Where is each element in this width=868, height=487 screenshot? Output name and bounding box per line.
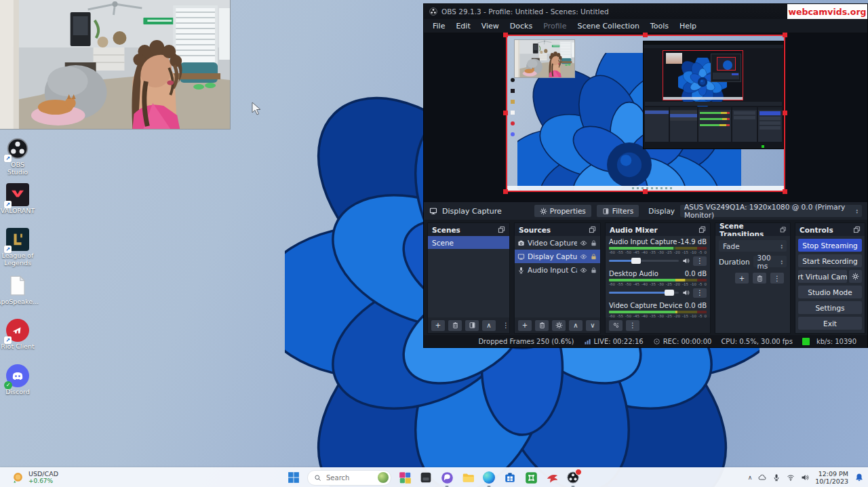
volume-slider[interactable] [609,260,679,262]
exit-button[interactable]: Exit [798,317,862,330]
search-input[interactable] [325,473,367,482]
transform-handle-top-left[interactable] [503,33,508,37]
advanced-audio-button[interactable] [609,320,623,331]
menu-view[interactable]: View [477,20,504,32]
taskbar-app-store[interactable] [502,470,517,485]
volume-icon[interactable] [801,473,809,482]
add-scene-button[interactable]: + [431,320,445,331]
mixer-more-button[interactable]: ⋮ [626,320,639,331]
move-scene-up-button[interactable]: ∧ [482,320,496,331]
menu-help[interactable]: Help [675,20,701,32]
transform-handle-bottom-right[interactable] [783,189,787,194]
add-transition-button[interactable]: + [735,273,749,284]
start-button[interactable] [286,470,301,485]
watermark: webcamvids.org [787,4,867,19]
speaker-icon[interactable] [682,257,690,265]
transition-more-button[interactable]: ⋮ [770,273,784,284]
start-recording-button[interactable]: Start Recording [798,254,862,267]
transform-handle-bottom-left[interactable] [503,189,508,194]
volume-slider[interactable] [609,292,679,294]
lock-icon[interactable] [590,239,597,247]
move-source-up-button[interactable]: ∧ [569,320,583,331]
source-properties-button[interactable] [552,320,566,331]
menu-edit[interactable]: Edit [451,20,475,32]
studio-mode-button[interactable]: Studio Mode [798,286,862,298]
lock-icon[interactable] [590,267,597,274]
taskbar-clock[interactable]: 12:09 PM 10/1/2023 [815,470,848,486]
filters-button[interactable]: Filters [597,205,639,217]
desktop-icon-apospeake[interactable]: ApoSpeake... [0,274,35,306]
desktop-icon-discord[interactable]: ✓ Discord [0,364,35,396]
menu-profile[interactable]: Profile [538,20,571,32]
menu-docks[interactable]: Docks [505,20,537,32]
menu-scene-collection[interactable]: Scene Collection [572,20,644,32]
taskbar-app-dark-square[interactable] [418,470,433,485]
sources-panel-header[interactable]: Sources [515,223,600,236]
eye-icon[interactable] [580,267,587,274]
popout-icon[interactable] [698,226,706,233]
scene-list-item[interactable]: Scene [428,236,509,249]
onedrive-cloud-icon[interactable] [758,473,766,482]
eye-icon[interactable] [580,239,587,247]
desktop-icon-obs-studio[interactable]: ↗ OBS Studio [0,137,35,176]
desktop-icon-league-of-legends[interactable]: ↗ League of Legends [0,228,35,267]
popout-icon[interactable] [498,226,505,233]
source-row-audio-input[interactable]: Audio Input Cap [515,263,600,277]
channel-more-button[interactable]: ⋮ [693,256,707,266]
notification-bell-icon[interactable] [854,473,864,482]
remove-scene-button[interactable] [448,320,462,331]
transform-handle-top-center[interactable] [643,33,648,37]
obs-title-bar[interactable]: OBS 29.1.3 - Profile: Untitled - Scenes:… [424,4,867,19]
desktop-icon-riot-client[interactable]: ↗ Riot Client [0,319,35,351]
taskbar-app-chat[interactable] [439,470,454,485]
taskbar-app-league-pbe[interactable] [397,470,412,485]
widgets-button[interactable]: USD/CAD +0.67% [8,468,62,487]
lock-icon[interactable] [590,253,597,260]
preview-canvas-source[interactable] [506,35,785,192]
add-source-button[interactable]: + [518,320,532,331]
search-box[interactable] [307,470,391,486]
popout-icon[interactable] [589,226,596,233]
scenes-panel-header[interactable]: Scenes [428,223,509,236]
taskbar-app-edge[interactable] [481,470,496,485]
controls-header[interactable]: Controls [795,223,865,236]
scenes-more-button[interactable]: ⋮ [499,320,513,331]
menu-tools[interactable]: Tools [646,20,673,32]
properties-button[interactable]: Properties [534,205,591,217]
tray-overflow-chevron[interactable]: ∧ [748,474,753,481]
taskbar-app-obs[interactable] [566,470,580,485]
source-row-video-capture[interactable]: Video Capture D [515,236,600,250]
audio-mixer-panel: Audio Mixer Audio Input Capture-14.9 dB … [605,222,711,334]
transform-handle-top-right[interactable] [783,33,787,37]
clock-date: 10/1/2023 [815,478,848,485]
duration-spinner[interactable]: 300 ms ▴▾ [753,256,787,267]
remove-source-button[interactable] [535,320,549,331]
display-select[interactable]: ASUS VG249Q1A: 1920x1080 @ 0.0 (Primary … [680,205,862,217]
wifi-icon[interactable] [787,473,795,482]
move-source-down-button[interactable]: ∨ [586,320,599,331]
channel-more-button[interactable]: ⋮ [693,288,707,298]
transform-handle-mid-right[interactable] [783,111,787,115]
audio-mixer-header[interactable]: Audio Mixer [606,223,710,236]
popout-icon[interactable] [780,226,786,233]
taskbar-app-red-game[interactable] [545,470,559,485]
remove-transition-button[interactable] [753,273,766,284]
speaker-icon[interactable] [682,289,690,296]
source-row-display-capture[interactable]: Display Capture [515,250,600,263]
transform-handle-mid-left[interactable] [503,111,508,115]
stop-streaming-button[interactable]: Stop Streaming [798,239,862,252]
popout-icon[interactable] [853,226,861,233]
scene-filters-button[interactable] [465,320,479,331]
transition-select[interactable]: Fade ▴▾ [719,240,787,252]
desktop-icon-valorant[interactable]: ↗ VALORANT [0,183,35,215]
transform-handle-bottom-center[interactable] [643,189,648,194]
microphone-tray-icon[interactable] [772,473,781,482]
eye-icon[interactable] [580,253,587,260]
virtual-camera-config-button[interactable] [849,270,862,283]
scene-transitions-header[interactable]: Scene Transitions [715,223,790,236]
taskbar-app-file-explorer[interactable] [460,470,475,485]
menu-file[interactable]: File [428,20,450,32]
start-virtual-camera-button[interactable]: art Virtual Came [798,270,847,283]
taskbar-app-xbox[interactable] [524,470,538,485]
settings-button[interactable]: Settings [798,301,862,314]
